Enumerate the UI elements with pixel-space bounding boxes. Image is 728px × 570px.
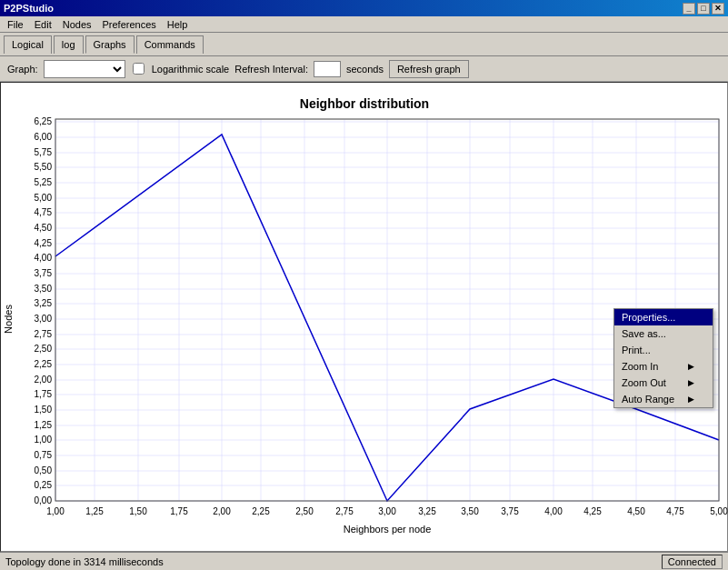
svg-text:2,00: 2,00 xyxy=(213,506,231,516)
ctx-print[interactable]: Print... xyxy=(614,342,713,358)
svg-text:6,00: 6,00 xyxy=(35,132,53,142)
graph-label: Graph: xyxy=(7,64,38,75)
svg-text:5,25: 5,25 xyxy=(35,177,53,187)
svg-text:1,25: 1,25 xyxy=(85,506,104,516)
status-right: Connected xyxy=(662,555,723,569)
svg-text:3,75: 3,75 xyxy=(35,268,53,278)
svg-text:5,50: 5,50 xyxy=(35,162,53,172)
svg-text:2,25: 2,25 xyxy=(252,506,270,516)
tab-commands[interactable]: Commands xyxy=(136,35,204,54)
svg-text:2,50: 2,50 xyxy=(35,344,53,354)
tab-graphs[interactable]: Graphs xyxy=(85,35,135,54)
ctx-save-as[interactable]: Save as... xyxy=(614,325,713,342)
chart-area: Neighbor distribution xyxy=(0,82,728,552)
svg-text:0,00: 0,00 xyxy=(35,495,53,505)
svg-text:1,75: 1,75 xyxy=(35,389,53,399)
y-axis-title: Nodes xyxy=(3,305,14,334)
menu-preferences[interactable]: Preferences xyxy=(97,17,162,32)
refresh-interval-label: Refresh Interval: xyxy=(234,64,308,75)
svg-text:4,25: 4,25 xyxy=(35,238,53,248)
svg-text:3,75: 3,75 xyxy=(501,506,519,516)
title-bar: P2PStudio _ □ ✕ xyxy=(0,0,728,16)
title-bar-buttons: _ □ ✕ xyxy=(683,3,724,15)
chart-title: Neighbor distribution xyxy=(300,96,429,111)
svg-text:6,25: 6,25 xyxy=(35,116,53,126)
svg-text:1,00: 1,00 xyxy=(35,435,53,445)
chart-container: Neighbor distribution xyxy=(1,83,727,551)
svg-text:1,00: 1,00 xyxy=(46,506,65,516)
menu-edit[interactable]: Edit xyxy=(29,17,57,32)
status-bar: Topology done in 3314 milliseconds Conne… xyxy=(0,552,728,570)
ctx-auto-range[interactable]: Auto Range ▶ xyxy=(614,391,713,407)
svg-text:4,50: 4,50 xyxy=(627,506,645,516)
svg-text:1,50: 1,50 xyxy=(35,405,53,415)
svg-text:4,00: 4,00 xyxy=(35,253,53,263)
svg-text:3,25: 3,25 xyxy=(418,506,436,516)
ctx-zoom-in[interactable]: Zoom In ▶ xyxy=(614,358,713,375)
svg-text:5,00: 5,00 xyxy=(35,193,53,203)
maximize-button[interactable]: □ xyxy=(697,3,710,15)
status-left: Topology done in 3314 milliseconds xyxy=(5,556,164,567)
svg-text:3,50: 3,50 xyxy=(461,506,479,516)
ctx-zoom-out[interactable]: Zoom Out ▶ xyxy=(614,375,713,391)
ctx-properties[interactable]: Properties... xyxy=(614,309,713,325)
svg-text:2,50: 2,50 xyxy=(295,506,314,516)
close-button[interactable]: ✕ xyxy=(712,3,724,15)
menu-bar: File Edit Nodes Preferences Help xyxy=(0,16,728,33)
context-menu: Properties... Save as... Print... Zoom I… xyxy=(613,308,713,408)
svg-text:1,75: 1,75 xyxy=(170,506,188,516)
svg-text:4,75: 4,75 xyxy=(35,207,53,217)
toolbar: Logical log Graphs Commands xyxy=(0,33,728,56)
menu-nodes[interactable]: Nodes xyxy=(57,17,97,32)
svg-text:3,50: 3,50 xyxy=(35,284,53,294)
svg-text:0,75: 0,75 xyxy=(35,450,53,460)
svg-text:3,25: 3,25 xyxy=(35,298,53,308)
controls-bar: Graph: Logarithmic scale Refresh Interva… xyxy=(0,56,728,82)
log-scale-label: Logarithmic scale xyxy=(152,64,230,75)
refresh-interval-input[interactable] xyxy=(314,61,341,77)
svg-text:2,25: 2,25 xyxy=(35,359,53,369)
y-axis-labels: 0,00 0,25 0,50 0,75 1,00 1,25 1,50 1,75 … xyxy=(35,116,53,505)
seconds-label: seconds xyxy=(346,64,384,75)
refresh-graph-button[interactable]: Refresh graph xyxy=(389,60,469,78)
svg-text:0,25: 0,25 xyxy=(35,480,53,490)
x-axis-labels: 1,00 1,25 1,50 1,75 2,00 2,25 2,50 2,75 … xyxy=(46,506,728,516)
svg-text:4,25: 4,25 xyxy=(583,506,602,516)
svg-text:2,75: 2,75 xyxy=(335,506,354,516)
zoom-out-arrow: ▶ xyxy=(688,378,694,387)
svg-text:1,25: 1,25 xyxy=(35,420,53,430)
zoom-in-arrow: ▶ xyxy=(688,362,694,371)
svg-text:4,75: 4,75 xyxy=(666,506,684,516)
tab-log[interactable]: log xyxy=(54,35,84,54)
svg-text:5,00: 5,00 xyxy=(710,506,728,516)
tab-logical[interactable]: Logical xyxy=(4,35,52,54)
svg-text:4,00: 4,00 xyxy=(544,506,563,516)
svg-text:0,50: 0,50 xyxy=(35,465,53,475)
minimize-button[interactable]: _ xyxy=(683,3,695,15)
svg-text:3,00: 3,00 xyxy=(378,506,396,516)
svg-text:2,00: 2,00 xyxy=(35,375,53,385)
svg-text:5,75: 5,75 xyxy=(35,147,53,157)
menu-file[interactable]: File xyxy=(2,17,29,32)
auto-range-arrow: ▶ xyxy=(688,395,694,404)
svg-text:2,75: 2,75 xyxy=(35,329,53,339)
svg-text:3,00: 3,00 xyxy=(35,314,53,324)
log-scale-checkbox[interactable] xyxy=(133,63,145,75)
graph-select[interactable] xyxy=(44,60,125,78)
svg-text:4,50: 4,50 xyxy=(35,223,53,233)
x-axis-title: Neighbors per node xyxy=(344,524,432,535)
window-title: P2PStudio xyxy=(4,3,54,14)
menu-help[interactable]: Help xyxy=(162,17,194,32)
svg-text:1,50: 1,50 xyxy=(129,506,147,516)
